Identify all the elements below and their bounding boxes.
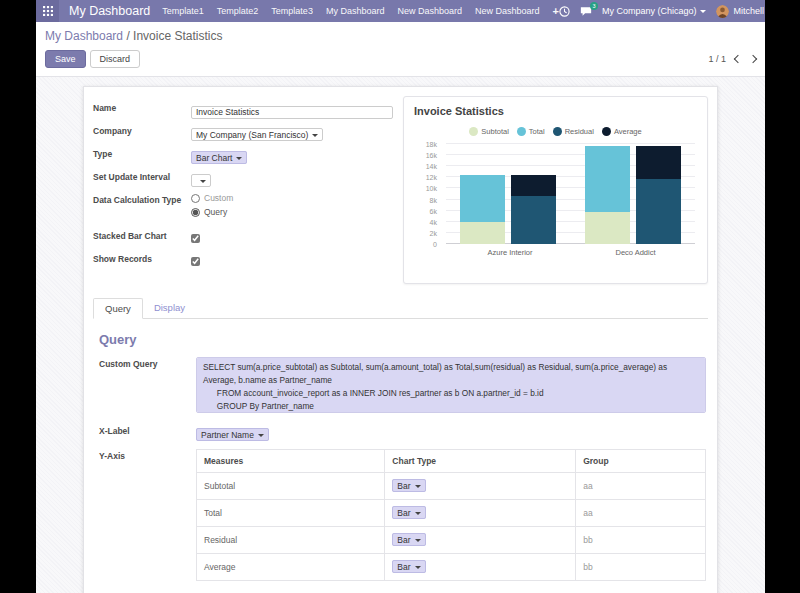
update-interval-select[interactable] — [191, 174, 211, 187]
legend-item[interactable]: Subtotal — [469, 127, 509, 136]
chart-card: Invoice Statistics SubtotalTotalResidual… — [403, 96, 708, 284]
breadcrumb-current: Invoice Statistics — [133, 29, 222, 43]
legend-label: Subtotal — [481, 127, 509, 136]
notebook-tabs: Query Display — [93, 298, 708, 319]
chart-area: 02k4k6k8k10k12k14k16k18k — [414, 144, 697, 244]
menu-item-my-dashboard[interactable]: My Dashboard — [326, 6, 385, 16]
measure-cell: Residual — [197, 527, 385, 554]
group-cell: bb — [576, 554, 706, 581]
show-records-field-label: Show Records — [93, 252, 191, 264]
type-field-row: Type Bar Chart — [93, 147, 393, 165]
legend-item[interactable]: Total — [517, 127, 545, 136]
user-menu-label: Mitchell Admin — [733, 6, 765, 16]
custom-query-textarea[interactable]: SELECT sum(a.price_subtotal) as Subtotal… — [196, 357, 706, 413]
name-input[interactable] — [191, 106, 393, 119]
x-label-select[interactable]: Partner Name — [196, 428, 269, 441]
show-records-checkbox[interactable] — [191, 257, 200, 266]
bar-segment[interactable] — [585, 146, 630, 212]
top-nav-bar: My Dashboard Template1 Template2 Templat… — [36, 0, 765, 22]
y-tick-label: 12k — [426, 174, 437, 181]
bar-segment[interactable] — [511, 175, 556, 196]
bar-stack[interactable] — [511, 144, 556, 244]
form-sheet: Name Company My Company (San Francisco) … — [83, 86, 718, 593]
tab-query[interactable]: Query — [93, 298, 143, 319]
bar-stack[interactable] — [636, 144, 681, 244]
name-field-label: Name — [93, 101, 191, 113]
bar-group — [460, 144, 556, 244]
bar-segment[interactable] — [636, 179, 681, 244]
control-panel: My Dashboard / Invoice Statistics Save D… — [36, 22, 765, 77]
breadcrumb-parent-link[interactable]: My Dashboard — [45, 29, 123, 43]
chart-type-select-subtotal[interactable]: Bar — [392, 479, 425, 492]
y-tick-label: 8k — [430, 196, 437, 203]
activities-button[interactable] — [559, 6, 570, 17]
y-axis-label: Y-Axis — [99, 449, 196, 461]
chart-type-select-residual[interactable]: Bar — [392, 533, 425, 546]
company-switcher[interactable]: My Company (Chicago) — [602, 6, 707, 16]
legend-dot-icon — [553, 127, 562, 136]
apps-grid-icon — [43, 6, 53, 16]
y-tick-label: 14k — [426, 163, 437, 170]
tab-display[interactable]: Display — [143, 298, 196, 318]
legend-item[interactable]: Average — [602, 127, 642, 136]
name-field-row: Name — [93, 101, 393, 119]
user-menu[interactable]: Mitchell Admin — [716, 5, 765, 18]
bar-stack[interactable] — [460, 144, 505, 244]
interval-field-label: Set Update Interval — [93, 170, 191, 182]
menu-item-template2[interactable]: Template2 — [217, 6, 259, 16]
table-row-subtotal: Subtotal Bar aa — [197, 473, 706, 500]
custom-radio[interactable] — [191, 194, 200, 203]
legend-label: Average — [614, 127, 642, 136]
stacked-checkbox[interactable] — [191, 234, 200, 243]
actions-row: Save Discard 1 / 1 — [45, 50, 756, 68]
pager-previous-button[interactable] — [734, 55, 742, 63]
calc-type-option-custom: Custom — [191, 193, 393, 203]
bar-segment[interactable] — [511, 196, 556, 244]
legend-label: Residual — [565, 127, 594, 136]
save-button[interactable]: Save — [45, 50, 86, 68]
menu-item-new-dashboard-2[interactable]: New Dashboard — [475, 6, 540, 16]
group-cell: aa — [576, 500, 706, 527]
bar-segment[interactable] — [460, 175, 505, 222]
menu-item-new-dashboard-1[interactable]: New Dashboard — [397, 6, 462, 16]
company-select[interactable]: My Company (San Francisco) — [191, 128, 323, 141]
messages-button[interactable]: 3 — [580, 6, 592, 17]
app-title[interactable]: My Dashboard — [59, 4, 162, 18]
clock-icon — [559, 6, 570, 17]
menu-item-template1[interactable]: Template1 — [162, 6, 204, 16]
chart-type-value: Bar — [397, 562, 410, 572]
custom-query-label: Custom Query — [99, 357, 196, 369]
select-caret-icon — [258, 434, 264, 437]
chart-x-axis: Azure InteriorDeco Addict — [446, 244, 697, 257]
discard-button[interactable]: Discard — [90, 50, 141, 68]
top-menu: Template1 Template2 Template3 My Dashboa… — [162, 5, 559, 17]
bar-groups — [446, 144, 695, 244]
legend-item[interactable]: Residual — [553, 127, 594, 136]
chart-type-select-average[interactable]: Bar — [392, 560, 425, 573]
pager-next-button[interactable] — [749, 55, 757, 63]
x-label-label: X-Label — [99, 424, 196, 436]
y-tick-label: 6k — [430, 207, 437, 214]
breadcrumb-separator: / — [126, 29, 129, 43]
measure-cell: Total — [197, 500, 385, 527]
custom-query-row: Custom Query SELECT sum(a.price_subtotal… — [99, 357, 708, 417]
bar-segment[interactable] — [585, 212, 630, 244]
chart-title: Invoice Statistics — [414, 105, 697, 117]
bar-segment[interactable] — [460, 222, 505, 244]
bar-segment[interactable] — [636, 146, 681, 179]
type-select-value: Bar Chart — [196, 153, 232, 163]
query-section-heading: Query — [99, 332, 708, 347]
app-window: My Dashboard Template1 Template2 Templat… — [36, 0, 765, 593]
query-radio[interactable] — [191, 208, 200, 217]
menu-item-template3[interactable]: Template3 — [271, 6, 313, 16]
apps-menu-button[interactable] — [36, 0, 59, 22]
legend-label: Total — [529, 127, 545, 136]
bar-stack[interactable] — [585, 144, 630, 244]
chart-type-select-total[interactable]: Bar — [392, 506, 425, 519]
chart-type-value: Bar — [397, 508, 410, 518]
table-header-row: Measures Chart Type Group — [197, 450, 706, 473]
x-label-row: X-Label Partner Name — [99, 424, 708, 442]
company-field-label: Company — [93, 124, 191, 136]
type-select[interactable]: Bar Chart — [191, 151, 247, 164]
custom-radio-label: Custom — [204, 193, 233, 203]
